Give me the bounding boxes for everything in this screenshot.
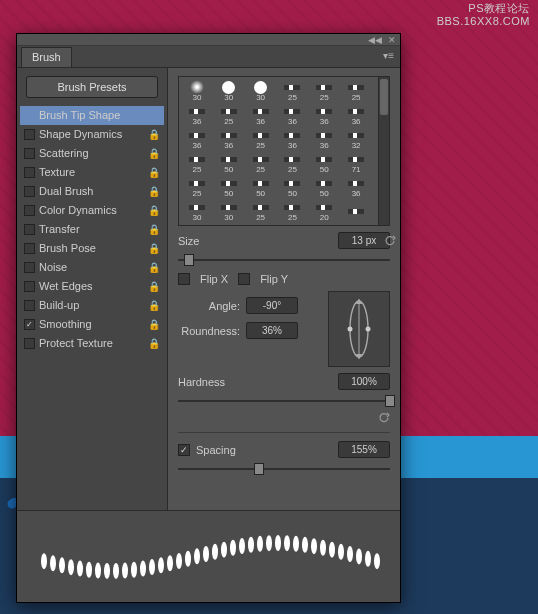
brush-thumb[interactable]: 25 (181, 175, 213, 199)
svg-point-36 (329, 541, 335, 557)
brush-thumb[interactable]: 50 (245, 175, 277, 199)
flipy-checkbox[interactable] (238, 273, 250, 285)
brush-thumb[interactable]: 32 (340, 127, 372, 151)
hardness-label: Hardness (178, 376, 240, 388)
svg-point-30 (275, 535, 281, 551)
brush-thumb[interactable] (340, 199, 372, 223)
hardness-value[interactable]: 100% (338, 373, 390, 390)
brush-thumb[interactable]: 50 (277, 175, 309, 199)
brush-thumb[interactable]: 25 (245, 199, 277, 223)
hardness-slider[interactable] (178, 394, 390, 408)
brush-thumb[interactable]: 50 (308, 151, 340, 175)
brush-thumb[interactable]: 36 (340, 103, 372, 127)
tab-brush[interactable]: Brush (21, 47, 72, 67)
sidebar-checkbox[interactable] (24, 186, 35, 197)
angle-value[interactable]: -90° (246, 297, 298, 314)
size-value[interactable]: 13 px (338, 232, 390, 249)
brush-thumb[interactable]: 25 (277, 79, 309, 103)
brush-thumb[interactable]: 36 (308, 103, 340, 127)
sidebar-item-scattering[interactable]: Scattering🔒 (20, 144, 164, 163)
brush-thumb[interactable]: 50 (308, 175, 340, 199)
brush-thumb[interactable]: 36 (277, 127, 309, 151)
brush-thumb[interactable]: 50 (213, 151, 245, 175)
sidebar-item-wet-edges[interactable]: Wet Edges🔒 (20, 277, 164, 296)
sidebar-checkbox[interactable] (24, 148, 35, 159)
brush-presets-button[interactable]: Brush Presets (26, 76, 158, 98)
angle-control[interactable] (328, 291, 390, 367)
sidebar-item-noise[interactable]: Noise🔒 (20, 258, 164, 277)
sidebar-item-color-dynamics[interactable]: Color Dynamics🔒 (20, 201, 164, 220)
svg-point-19 (176, 553, 182, 569)
sidebar-checkbox[interactable] (24, 243, 35, 254)
size-revert-icon[interactable] (384, 235, 396, 247)
sidebar-checkbox[interactable] (24, 338, 35, 349)
sidebar-checkbox[interactable] (24, 129, 35, 140)
svg-point-24 (221, 541, 227, 557)
svg-point-31 (284, 535, 290, 551)
brush-thumb[interactable]: 30 (245, 79, 277, 103)
brush-thumb[interactable]: 30 (213, 79, 245, 103)
sidebar-item-smoothing[interactable]: ✓Smoothing🔒 (20, 315, 164, 334)
sidebar-item-shape-dynamics[interactable]: Shape Dynamics🔒 (20, 125, 164, 144)
sidebar-checkbox[interactable] (24, 167, 35, 178)
svg-point-27 (248, 536, 254, 552)
sidebar-item-texture[interactable]: Texture🔒 (20, 163, 164, 182)
svg-point-33 (302, 536, 308, 552)
sidebar-item-dual-brush[interactable]: Dual Brush🔒 (20, 182, 164, 201)
brush-thumb[interactable]: 25 (277, 151, 309, 175)
svg-point-22 (203, 546, 209, 562)
sidebar-checkbox[interactable] (24, 224, 35, 235)
sidebar-item-label: Brush Pose (39, 242, 144, 254)
brush-thumb[interactable]: 25 (277, 199, 309, 223)
brush-thumb[interactable]: 25 (181, 151, 213, 175)
sidebar-item-label: Brush Tip Shape (39, 109, 144, 121)
sidebar-item-label: Protect Texture (39, 337, 144, 349)
sidebar-item-brush-tip-shape[interactable]: Brush Tip Shape (20, 106, 164, 125)
sidebar-checkbox[interactable] (24, 262, 35, 273)
roundness-value[interactable]: 36% (246, 322, 298, 339)
brush-thumb[interactable]: 30 (181, 79, 213, 103)
svg-point-34 (311, 538, 317, 554)
brush-thumb[interactable]: 36 (277, 103, 309, 127)
sidebar-item-brush-pose[interactable]: Brush Pose🔒 (20, 239, 164, 258)
size-slider[interactable] (178, 253, 390, 267)
sidebar-checkbox[interactable] (24, 205, 35, 216)
panel-menu-icon[interactable]: ▾≡ (383, 50, 394, 61)
brush-thumb[interactable]: 25 (308, 79, 340, 103)
brush-thumb[interactable]: 25 (245, 127, 277, 151)
brush-thumb[interactable]: 36 (340, 175, 372, 199)
hardness-revert-icon[interactable] (378, 412, 390, 424)
svg-point-35 (320, 539, 326, 555)
sidebar-checkbox[interactable] (24, 300, 35, 311)
sidebar-item-protect-texture[interactable]: Protect Texture🔒 (20, 334, 164, 353)
brush-thumb[interactable]: 25 (213, 103, 245, 127)
sidebar-checkbox[interactable]: ✓ (24, 319, 35, 330)
brush-thumb[interactable]: 30 (213, 199, 245, 223)
brush-thumb[interactable]: 36 (181, 127, 213, 151)
brush-thumb[interactable]: 71 (340, 151, 372, 175)
svg-point-32 (293, 535, 299, 551)
sidebar-checkbox[interactable] (24, 281, 35, 292)
brush-thumb[interactable]: 36 (245, 103, 277, 127)
brush-thumb[interactable]: 30 (181, 199, 213, 223)
panel-close-icon[interactable]: ✕ (388, 35, 396, 45)
brush-thumb[interactable]: 36 (213, 127, 245, 151)
flipx-checkbox[interactable] (178, 273, 190, 285)
brush-thumb[interactable]: 36 (308, 127, 340, 151)
spacing-slider[interactable] (178, 462, 390, 476)
brush-thumbnail-grid[interactable]: 3030302525253625363636363636253636322550… (178, 76, 390, 226)
spacing-checkbox[interactable]: ✓ (178, 444, 190, 456)
svg-point-8 (77, 560, 83, 576)
spacing-value[interactable]: 155% (338, 441, 390, 458)
brush-thumb[interactable]: 20 (308, 199, 340, 223)
sidebar-item-transfer[interactable]: Transfer🔒 (20, 220, 164, 239)
svg-point-41 (374, 553, 380, 569)
panel-collapse-icon[interactable]: ◀◀ (368, 35, 382, 45)
grid-scrollbar[interactable] (378, 77, 389, 225)
brush-thumb[interactable]: 36 (181, 103, 213, 127)
brush-thumb[interactable]: 25 (340, 79, 372, 103)
brush-thumb[interactable]: 50 (213, 175, 245, 199)
sidebar-item-build-up[interactable]: Build-up🔒 (20, 296, 164, 315)
sidebar-item-label: Scattering (39, 147, 144, 159)
brush-thumb[interactable]: 25 (245, 151, 277, 175)
